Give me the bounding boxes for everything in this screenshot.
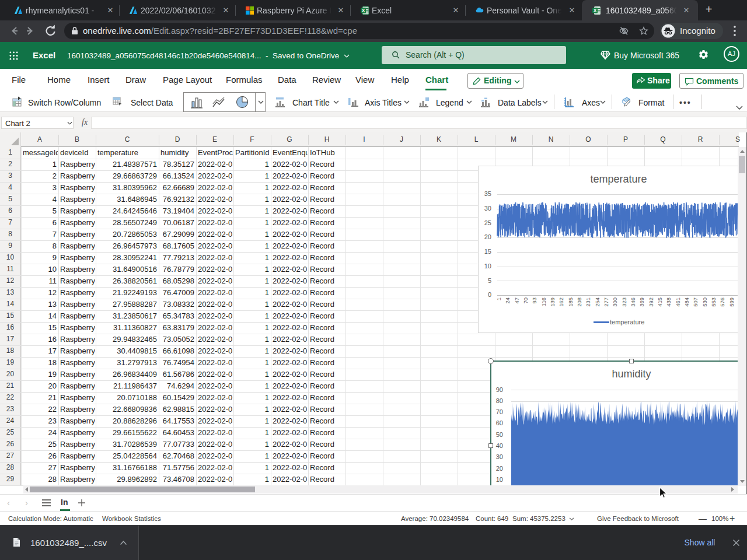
- svg-text:X: X: [362, 8, 365, 13]
- svg-text:X: X: [594, 8, 597, 13]
